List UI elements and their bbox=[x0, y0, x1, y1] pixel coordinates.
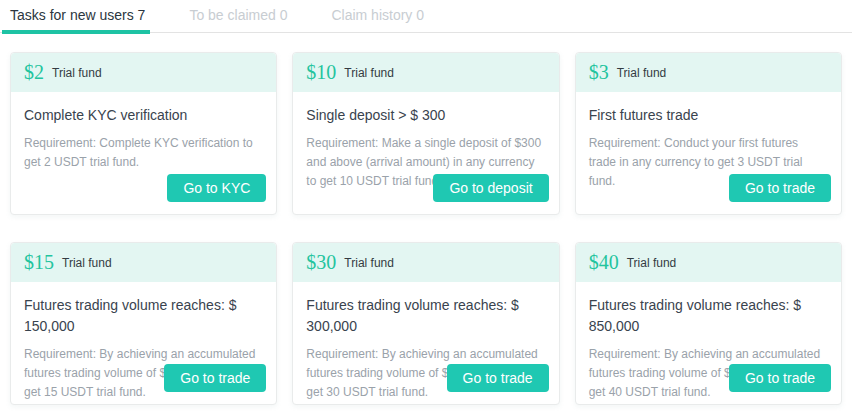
trial-fund-amount: $40 bbox=[589, 251, 619, 274]
card-header: $3 Trial fund bbox=[576, 53, 841, 92]
card-header: $15 Trial fund bbox=[11, 243, 276, 282]
go-to-kyc-button[interactable]: Go to KYC bbox=[167, 174, 266, 202]
task-card-volume-850k: $40 Trial fund Futures trading volume re… bbox=[575, 242, 842, 405]
task-card-deposit: $10 Trial fund Single deposit > $ 300 Re… bbox=[292, 52, 559, 215]
trial-fund-amount: $15 bbox=[24, 251, 54, 274]
card-title: Complete KYC verification bbox=[24, 105, 263, 126]
card-header: $40 Trial fund bbox=[576, 243, 841, 282]
task-card-volume-150k: $15 Trial fund Futures trading volume re… bbox=[10, 242, 277, 405]
trial-fund-label: Trial fund bbox=[344, 256, 394, 270]
trial-fund-label: Trial fund bbox=[52, 66, 102, 80]
card-title: Futures trading volume reaches: $ 150,00… bbox=[24, 295, 263, 337]
trial-fund-label: Trial fund bbox=[344, 66, 394, 80]
go-to-trade-button[interactable]: Go to trade bbox=[164, 364, 266, 392]
card-title: Futures trading volume reaches: $ 850,00… bbox=[589, 295, 828, 337]
trial-fund-amount: $30 bbox=[306, 251, 336, 274]
trial-fund-label: Trial fund bbox=[62, 256, 112, 270]
go-to-deposit-button[interactable]: Go to deposit bbox=[433, 174, 548, 202]
tab-tasks-for-new-users[interactable]: Tasks for new users 7 bbox=[10, 0, 145, 32]
card-title: First futures trade bbox=[589, 105, 828, 126]
trial-fund-amount: $3 bbox=[589, 61, 609, 84]
trial-fund-label: Trial fund bbox=[627, 256, 677, 270]
go-to-trade-button[interactable]: Go to trade bbox=[729, 364, 831, 392]
card-header: $10 Trial fund bbox=[293, 53, 558, 92]
card-header: $2 Trial fund bbox=[11, 53, 276, 92]
trial-fund-amount: $10 bbox=[306, 61, 336, 84]
card-body: Complete KYC verification Requirement: C… bbox=[11, 92, 276, 172]
task-card-kyc: $2 Trial fund Complete KYC verification … bbox=[10, 52, 277, 215]
card-requirement: Requirement: Complete KYC verification t… bbox=[24, 134, 263, 172]
card-title: Single deposit > $ 300 bbox=[306, 105, 545, 126]
task-card-volume-300k: $30 Trial fund Futures trading volume re… bbox=[292, 242, 559, 405]
tab-claim-history[interactable]: Claim history 0 bbox=[331, 0, 424, 32]
go-to-trade-button[interactable]: Go to trade bbox=[729, 174, 831, 202]
task-card-grid: $2 Trial fund Complete KYC verification … bbox=[0, 52, 852, 405]
trial-fund-amount: $2 bbox=[24, 61, 44, 84]
task-card-first-trade: $3 Trial fund First futures trade Requir… bbox=[575, 52, 842, 215]
trial-fund-label: Trial fund bbox=[617, 66, 667, 80]
tab-bar: Tasks for new users 7 To be claimed 0 Cl… bbox=[0, 0, 852, 33]
card-title: Futures trading volume reaches: $ 300,00… bbox=[306, 295, 545, 337]
card-header: $30 Trial fund bbox=[293, 243, 558, 282]
go-to-trade-button[interactable]: Go to trade bbox=[447, 364, 549, 392]
tab-to-be-claimed[interactable]: To be claimed 0 bbox=[189, 0, 287, 32]
